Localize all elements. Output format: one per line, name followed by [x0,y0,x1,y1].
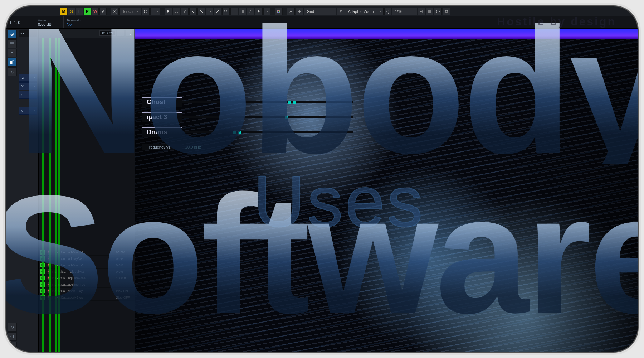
svg-rect-1 [175,10,178,13]
quantize-value-dropdown[interactable]: 1/16 [392,8,417,15]
play-tool-icon[interactable] [255,8,263,15]
line-tool-icon[interactable] [247,8,254,15]
automation-submenu-dropdown[interactable] [150,8,160,15]
row-param-value: Play ON [116,289,134,293]
settings-rail-icon[interactable] [8,332,17,341]
editor-tab-icon[interactable]: ≡ [8,49,17,57]
svg-rect-11 [10,61,12,64]
value-cell[interactable]: Value 0.00 dB [35,16,64,28]
track-lanes: Ghost ipact 3 Drums Frequency v1 20.0 kH… [142,97,353,153]
daw-window: M S L R W A Touch [6,6,638,352]
snap-type-dropdown[interactable]: Grid [304,8,336,15]
tool-submenu-dropdown[interactable] [263,8,270,15]
mute-all-button[interactable]: M [60,8,67,15]
lane-label: Frequency v1 [142,144,182,150]
svg-point-10 [12,34,13,35]
automation-settings-icon[interactable] [142,8,150,15]
svg-point-6 [278,12,279,13]
main-toolbar: M S L R W A Touch [6,6,638,16]
solo-all-button[interactable]: S [68,8,75,15]
visibility-tab-icon[interactable] [8,30,17,39]
tracklist-list-icon[interactable]: ☰ [117,30,124,37]
track-tab-icon[interactable] [8,39,17,48]
row-param-value: 63.6% [116,251,134,254]
range-tool-icon[interactable] [173,8,180,15]
lane-frequency[interactable]: Frequency v1 20.0 kHz [142,142,353,153]
device-frame: M S L R W A Touch [5,5,639,353]
info-line: 1. 1. 0 Value 0.00 dB Terminator No [6,16,638,29]
svg-point-2 [225,10,227,12]
tracklist-search-icon[interactable] [126,30,133,37]
row-param-value: 0.0% [116,270,134,274]
grid-type-label: Adapt to Zoom [348,9,374,14]
rack-tab-icon[interactable]: ◇ [8,67,17,76]
locator-cell[interactable]: 1. 1. 0 [6,16,35,28]
track-list-header: 89 / 89 ☰ [39,29,135,38]
left-zone-rail: ≡ ◇ ↺ ▤ [6,29,18,352]
svg-rect-12 [13,61,14,64]
inspector-slot-1[interactable]: 64 [19,82,37,90]
color-tool-icon[interactable] [275,8,283,15]
inspector-tab-icon[interactable] [8,58,17,67]
mute-tool-icon[interactable] [214,8,221,15]
row-param-value: 0.0% [116,257,134,261]
visible-track-count: 89 / 89 [99,30,116,36]
lane-label: Drums [142,127,182,137]
terminator-cell[interactable]: Terminator No [64,16,92,28]
automation-read-button[interactable]: R [84,8,91,15]
timeline-ruler[interactable] [135,29,638,39]
automation-link-button[interactable]: A [99,8,107,15]
glue-tool-icon[interactable] [206,8,213,15]
track-inspector: y ▾ r2 64 le [18,29,39,352]
grid-type-dropdown[interactable]: #Adapt to Zoom [337,8,384,15]
inspector-header-y: y ▾ [19,30,37,37]
lane-drums[interactable]: Drums [142,127,353,137]
row-param-value: 0.0% [116,263,134,267]
track-meters [42,38,64,352]
quantize-iterative-icon[interactable]: % [418,8,425,15]
draw-tool-icon[interactable] [181,8,189,15]
lane-label: Ghost [142,97,182,107]
svg-point-13 [11,335,14,338]
row-param-value: 1600.0 [116,276,134,280]
svg-point-5 [279,11,280,12]
lane-ghost[interactable]: Ghost [142,97,353,107]
lane-impact3[interactable]: ipact 3 [142,112,353,122]
quantize-settings-icon[interactable] [434,8,442,15]
track-list: 89 / 89 ☰ RWIns.-1:Un…ad-Macro263.6%RWIn… [39,29,135,352]
add-rail-icon[interactable]: ▤ [8,342,17,350]
svg-point-4 [278,10,279,11]
split-tool-icon[interactable] [197,8,205,15]
toolbar-divider-icon[interactable] [443,8,450,15]
arrow-tool-icon[interactable] [165,8,172,15]
snap-toggle-icon[interactable] [287,8,295,15]
arrangement-canvas[interactable]: Ghost ipact 3 Drums Frequency v1 20.0 kH… [135,29,638,352]
comp-tool-icon[interactable] [230,8,238,15]
inspector-slot-2[interactable] [19,91,37,99]
canvas-vignette [135,39,638,352]
snap-zero-icon[interactable] [296,8,303,15]
quantize-panel-icon[interactable] [426,8,433,15]
lane-label: ipact 3 [142,112,182,122]
warp-tool-icon[interactable] [239,8,246,15]
crossover-icon[interactable] [111,8,119,15]
lane-value: 20.0 kHz [185,145,201,149]
quantize-apply-icon[interactable]: Q [384,8,391,15]
svg-point-14 [128,32,130,34]
inspector-slot-3[interactable]: le [19,107,37,115]
history-icon[interactable]: ↺ [8,323,17,332]
row-param-value: Stop OFF [116,296,134,299]
listen-button[interactable]: L [76,8,83,15]
svg-point-0 [144,10,147,13]
automation-mode-dropdown[interactable]: Touch [119,8,141,15]
zoom-tool-icon[interactable] [222,8,230,15]
inspector-slot-0[interactable]: r2 [19,74,37,82]
erase-tool-icon[interactable] [189,8,197,15]
automation-write-button[interactable]: W [92,8,99,15]
svg-point-8 [436,10,439,13]
